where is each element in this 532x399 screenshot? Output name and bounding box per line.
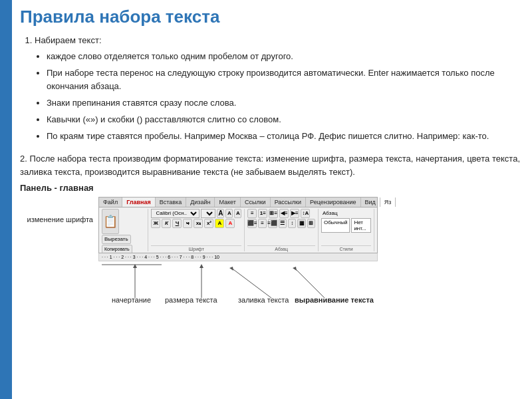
bullets-button[interactable]: ≡ <box>247 209 257 218</box>
cut-row: Вырезать <box>102 235 145 244</box>
copy-button[interactable]: Копировать <box>102 245 132 253</box>
ribbon-tabs: Файл Главная Вставка Дизайн Макет Ссылки… <box>99 198 377 207</box>
svg-marker-4 <box>200 264 203 268</box>
decrease-indent-button[interactable]: ◀≡ <box>279 209 289 218</box>
rules-list: Набираем текст: каждое слово отделяется … <box>20 34 520 146</box>
rule-1-label: Набираем текст: <box>35 35 102 45</box>
align-center-button[interactable]: ≡ <box>258 219 266 228</box>
justify-button[interactable]: ☰ <box>279 219 287 228</box>
underline-button[interactable]: Ч <box>172 219 182 228</box>
numbered-list-button[interactable]: 1≡ <box>258 209 267 218</box>
align-left-button[interactable]: ⬛≡ <box>247 219 257 228</box>
grow-font-button[interactable]: A <box>217 209 224 218</box>
ribbon-and-annotations: Файл Главная Вставка Дизайн Макет Ссылки… <box>98 197 378 305</box>
svg-marker-2 <box>133 264 137 268</box>
paste-button[interactable]: 📋 <box>102 209 119 234</box>
align-row: ⬛≡ ≡ ≡⬛ ☰ ↕ ▦ ⊞ <box>247 219 315 228</box>
bullet-5: По краям тире ставятся пробелы. Например… <box>47 130 520 143</box>
page-title: Правила набора текста <box>20 7 520 27</box>
tab-layout[interactable]: Макет <box>215 198 240 207</box>
font-content: Calibri (Осн.. 1 A A А <box>151 209 241 245</box>
tab-mailings[interactable]: Рассылки <box>271 198 306 207</box>
ribbon-body: 📋 Вырезать Копировать Фор <box>99 207 377 253</box>
panel-section: Панель - главная изменение шрифта Файл Г… <box>20 183 520 305</box>
clipboard-content: 📋 Вырезать Копировать Фор <box>102 209 145 253</box>
annotation-size-label: размера текста <box>165 296 217 304</box>
rule-1: Набираем текст: каждое слово отделяется … <box>35 34 520 143</box>
font-group: Calibri (Осн.. 1 A A А <box>151 209 245 251</box>
paste-row: 📋 <box>102 209 145 234</box>
tab-lang[interactable]: Яз <box>380 198 396 207</box>
ruler-marks: · · · 1 · · · 2 · · · 3 · · · 4 · · · 5 … <box>102 255 219 259</box>
annotation-bold-label: начертание <box>112 296 151 304</box>
font-label: Шрифт <box>151 245 241 251</box>
list-row: ≡ 1≡ ⊞≡ ◀≡ ▶≡ ↕A <box>247 209 315 218</box>
ribbon-area: изменение шрифта Файл Главная Вставка Ди… <box>20 197 520 305</box>
sort-button[interactable]: ↕A <box>301 209 310 218</box>
font-size-selector[interactable]: 1 <box>201 209 215 218</box>
align-right-button[interactable]: ≡⬛ <box>268 219 277 228</box>
tab-file[interactable]: Файл <box>99 198 122 207</box>
tab-insert[interactable]: Вставка <box>156 198 186 207</box>
ruler: · · · 1 · · · 2 · · · 3 · · · 4 · · · 5 … <box>98 253 378 261</box>
svg-marker-8 <box>293 267 297 271</box>
left-annotation-area: изменение шрифта <box>20 197 93 223</box>
section2-text: 2. После набора теста производим формати… <box>20 152 520 179</box>
ribbon-wrapper: изменение шрифта Файл Главная Вставка Ди… <box>20 197 520 305</box>
annotations-area: начертание размера текста заливка текста… <box>98 261 378 305</box>
line-spacing-button[interactable]: ↕ <box>288 219 296 228</box>
rule-1-bullets: каждое слово отделяется только одним про… <box>35 50 520 144</box>
bold-button[interactable]: Ж <box>151 219 160 228</box>
tab-review[interactable]: Рецензирование <box>306 198 361 207</box>
increase-indent-button[interactable]: ▶≡ <box>290 209 299 218</box>
bullet-3: Знаки препинания ставятся сразу после сл… <box>47 96 520 110</box>
tab-home[interactable]: Главная <box>122 198 156 207</box>
strikethrough-button[interactable]: ч <box>183 219 192 228</box>
svg-line-7 <box>295 268 325 298</box>
annotation-fill-label: заливка текста <box>238 296 289 304</box>
highlight-button[interactable]: А <box>215 219 224 228</box>
left-accent-bar <box>0 0 12 399</box>
styles-row: Обычный Нет инт... <box>321 218 371 233</box>
superscript-button[interactable]: х² <box>204 219 213 228</box>
styles-content: Абзац Обычный Нет инт... <box>321 209 371 245</box>
tab-view[interactable]: Вид <box>361 198 380 207</box>
svg-marker-6 <box>229 267 233 271</box>
clipboard-group: 📋 Вырезать Копировать Фор <box>102 209 148 251</box>
font-combo-row: Calibri (Осн.. 1 A A А <box>151 209 241 218</box>
paragraph-label: Абзац <box>247 245 315 251</box>
shrink-font-button[interactable]: A <box>225 209 233 218</box>
svg-line-5 <box>231 268 271 298</box>
formatting-row: Ж К Ч ч х₂ х² А А <box>151 219 241 228</box>
main-content: Правила набора текста Набираем текст: ка… <box>12 0 532 399</box>
style-normal[interactable]: Обычный <box>321 218 350 233</box>
italic-button[interactable]: К <box>162 219 171 228</box>
font-selector[interactable]: Calibri (Осн.. <box>151 209 200 218</box>
tab-references[interactable]: Ссылки <box>241 198 271 207</box>
copy-row: Копировать <box>102 245 145 253</box>
borders-button[interactable]: ⊞ <box>307 219 315 228</box>
ribbon: Файл Главная Вставка Дизайн Макет Ссылки… <box>98 197 378 253</box>
paragraph-group: ≡ 1≡ ⊞≡ ◀≡ ▶≡ ↕A ⬛≡ ≡ <box>247 209 319 251</box>
styles-group: Абзац Обычный Нет инт... Стили <box>321 209 374 251</box>
style-no-spacing[interactable]: Нет инт... <box>351 218 371 233</box>
text-color-button[interactable]: А <box>225 219 235 228</box>
font-color-button[interactable]: А <box>234 209 241 218</box>
styles-label: Абзац <box>321 209 371 217</box>
font-change-label: изменение шрифта <box>20 215 93 223</box>
paragraph-content: ≡ 1≡ ⊞≡ ◀≡ ▶≡ ↕A ⬛≡ ≡ <box>247 209 315 245</box>
bullet-1: каждое слово отделяется только одним про… <box>47 50 520 63</box>
annotation-align-label: выравнивание текста <box>295 296 374 304</box>
panel-title: Панель - главная <box>20 183 520 193</box>
shading-button[interactable]: ▦ <box>297 219 305 228</box>
bullet-4: Кавычки («») и скобки () расставляются с… <box>47 113 520 126</box>
subscript-button[interactable]: х₂ <box>194 219 203 228</box>
bullet-2: При наборе теста перенос на следующую ст… <box>47 66 520 93</box>
tab-design[interactable]: Дизайн <box>186 198 215 207</box>
multilevel-list-button[interactable]: ⊞≡ <box>269 209 278 218</box>
styles-section-label: Стили <box>321 245 371 251</box>
cut-button[interactable]: Вырезать <box>102 235 131 244</box>
